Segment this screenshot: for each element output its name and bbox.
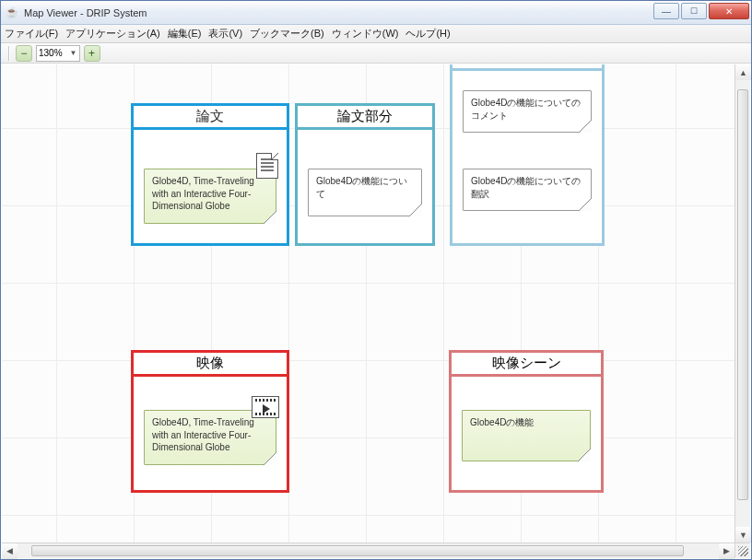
dogear-icon <box>579 120 592 133</box>
chevron-down-icon: ▼ <box>70 49 77 57</box>
resize-grip[interactable] <box>734 542 750 558</box>
menu-application[interactable]: アプリケーション(A) <box>65 27 160 41</box>
scroll-left-arrow[interactable]: ◀ <box>2 543 18 559</box>
menu-view[interactable]: 表示(V) <box>208 27 242 41</box>
maximize-button[interactable]: ☐ <box>681 3 707 19</box>
node-annotation-translation[interactable]: Globe4Dの機能についての翻訳 <box>463 169 592 211</box>
vscroll-track[interactable] <box>735 80 750 527</box>
toolbar-separator <box>8 46 10 61</box>
vertical-scrollbar[interactable]: ▲ ▼ <box>734 64 750 542</box>
menu-bookmark[interactable]: ブックマーク(B) <box>250 27 324 41</box>
menu-window[interactable]: ウィンドウ(W) <box>332 27 399 41</box>
menu-file[interactable]: ファイル(F) <box>5 27 58 41</box>
scroll-down-arrow[interactable]: ▼ <box>735 527 751 542</box>
node-annotation-translation-text: Globe4Dの機能についての翻訳 <box>471 176 581 199</box>
app-window: ☕ Map Viewer - DRIP System — ☐ ✕ ファイル(F)… <box>0 0 752 560</box>
node-paper[interactable]: Globe4D, Time-Traveling with an Interact… <box>144 169 276 224</box>
group-annotation-title: 論文部分への アノテーション <box>452 64 602 71</box>
video-icon <box>252 396 279 418</box>
zoom-select[interactable]: 130% ▼ <box>36 45 80 62</box>
node-video-text: Globe4D, Time-Traveling with an Interact… <box>152 417 254 452</box>
group-paper-part-title: 論文部分 <box>298 106 432 130</box>
window-title: Map Viewer - DRIP System <box>24 7 147 18</box>
menu-help[interactable]: ヘルプ(H) <box>405 27 450 41</box>
canvas-area: 論文 Globe4D, Time-Traveling with an Inter… <box>2 64 750 558</box>
document-icon <box>256 153 278 179</box>
scroll-right-arrow[interactable]: ▶ <box>719 543 734 559</box>
hscroll-thumb[interactable] <box>31 545 684 556</box>
vscroll-thumb[interactable] <box>737 89 748 500</box>
hscroll-track[interactable] <box>18 543 719 558</box>
node-annotation-comment-text: Globe4Dの機能についてのコメント <box>471 98 581 121</box>
group-paper[interactable]: 論文 Globe4D, Time-Traveling with an Inter… <box>131 103 289 246</box>
close-button[interactable]: ✕ <box>709 3 749 19</box>
node-paper-part[interactable]: Globe4Dの機能について <box>308 169 422 216</box>
node-video[interactable]: Globe4D, Time-Traveling with an Interact… <box>144 410 276 465</box>
group-video-scene-title: 映像シーン <box>452 353 601 377</box>
horizontal-scrollbar[interactable]: ◀ ▶ <box>2 542 734 558</box>
dogear-icon <box>264 452 276 465</box>
dogear-icon <box>409 204 422 216</box>
dogear-icon <box>578 449 591 461</box>
zoom-out-button[interactable]: − <box>16 45 32 62</box>
scroll-up-arrow[interactable]: ▲ <box>735 64 751 80</box>
group-paper-part[interactable]: 論文部分 Globe4Dの機能について <box>295 103 435 246</box>
group-annotation[interactable]: 論文部分への アノテーション Globe4Dの機能についてのコメント Globe… <box>450 64 605 246</box>
group-video[interactable]: 映像 Globe4D, Time-Traveling with an Inter… <box>131 350 289 493</box>
dogear-icon <box>579 198 592 211</box>
zoom-value: 130% <box>39 48 63 58</box>
node-video-scene[interactable]: Globe4Dの機能 <box>462 410 591 461</box>
zoom-in-button[interactable]: + <box>84 45 100 62</box>
group-video-scene[interactable]: 映像シーン Globe4Dの機能 <box>449 350 604 493</box>
toolbar: − 130% ▼ + <box>1 43 751 64</box>
node-paper-text: Globe4D, Time-Traveling with an Interact… <box>152 176 254 211</box>
node-video-scene-text: Globe4Dの機能 <box>470 417 534 427</box>
group-paper-title: 論文 <box>134 106 287 130</box>
node-paper-part-text: Globe4Dの機能について <box>316 176 407 199</box>
group-video-title: 映像 <box>134 353 287 377</box>
menubar: ファイル(F) アプリケーション(A) 編集(E) 表示(V) ブックマーク(B… <box>1 25 751 43</box>
titlebar[interactable]: ☕ Map Viewer - DRIP System — ☐ ✕ <box>1 1 751 25</box>
menu-edit[interactable]: 編集(E) <box>168 27 202 41</box>
window-controls: — ☐ ✕ <box>652 3 749 19</box>
node-annotation-comment[interactable]: Globe4Dの機能についてのコメント <box>463 90 592 133</box>
minimize-button[interactable]: — <box>653 3 679 19</box>
diagram-canvas[interactable]: 論文 Globe4D, Time-Traveling with an Inter… <box>2 64 734 542</box>
dogear-icon <box>264 211 276 224</box>
app-icon: ☕ <box>5 6 19 20</box>
